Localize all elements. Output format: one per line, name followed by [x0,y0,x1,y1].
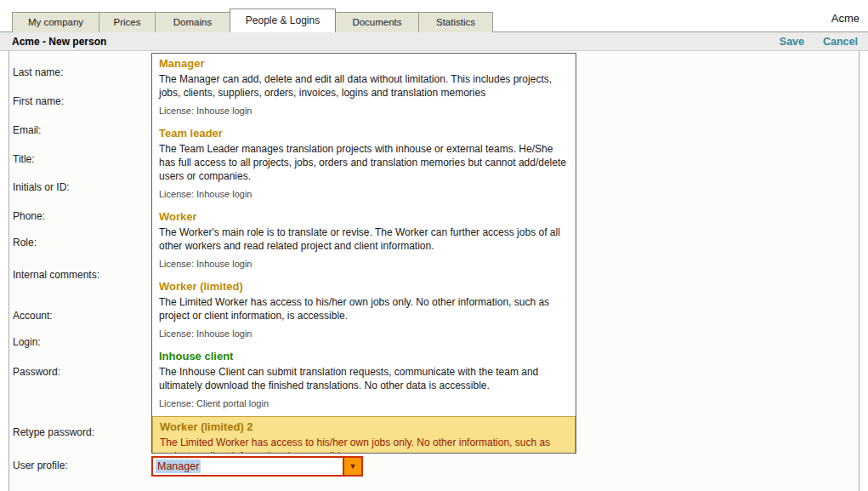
header-bar: Acme - New person Save Cancel [0,31,868,51]
option-license: License: Inhouse login [159,106,569,122]
option-title: Manager [159,57,569,71]
form-label-login: Login: [13,336,41,348]
option-license: License: Inhouse login [159,259,569,275]
profile-option-worker-limited-2[interactable]: Worker (limited) 2 The Limited Worker ha… [152,416,576,454]
profile-option-team-leader[interactable]: Team leader The Team Leader manages tran… [152,123,576,207]
profile-options-popup: Manager The Manager can add, delete and … [151,53,576,454]
option-title: Team leader [159,127,569,140]
profile-option-worker-limited[interactable]: Worker (limited) The Limited Worker has … [152,277,576,346]
option-title: Worker (limited) [159,280,569,294]
save-button[interactable]: Save [780,36,804,48]
option-title: Inhouse client [159,350,569,363]
option-license: License: Inhouse login [159,328,569,345]
form-label-phone: Phone: [13,210,45,222]
page-title: Acme - New person [12,36,106,48]
option-title: Worker [159,210,569,224]
form-label-role: Role: [13,237,37,248]
user-profile-combobox[interactable]: Manager ▼ [151,456,363,477]
profile-option-worker[interactable]: Worker The Worker's main role is to tran… [152,207,576,277]
option-description: The Team Leader manages translation proj… [159,142,569,183]
form-label-password: Password: [13,366,60,378]
form-label-account: Account: [13,310,53,322]
profile-dropdown-button[interactable]: ▼ [343,458,361,475]
form-label-title: Title: [13,153,35,165]
profile-option-manager[interactable]: Manager The Manager can add, delete and … [152,54,576,123]
option-description: The Limited Worker has access to his/her… [160,436,568,454]
tab-domains[interactable]: Domains [155,12,230,32]
tab-my-company[interactable]: My company [12,12,99,32]
option-description: The Inhouse Client can submit translatio… [159,365,569,392]
tab-prices[interactable]: Prices [99,12,156,32]
option-description: The Worker's main role is to translate o… [159,226,569,253]
account-label: Acme [831,12,859,25]
profile-option-inhouse-client[interactable]: Inhouse client The Inhouse Client can su… [152,346,576,416]
form-label-last-name: Last name: [13,66,63,78]
form-label-initials-or-id: Initials or ID: [13,181,70,193]
form-label-first-name: First name: [13,95,64,107]
form-label-user-profile: User profile: [13,460,68,471]
tab-documents[interactable]: Documents [335,12,419,32]
option-title: Worker (limited) 2 [160,420,568,434]
form-label-retype-password: Retype password: [13,426,94,438]
tab-statistics[interactable]: Statistics [418,12,493,32]
form-label-email: Email: [13,124,41,136]
people-logins-screen: My company Prices Domains People & Login… [0,0,868,491]
option-license: License: Inhouse login [159,189,569,205]
option-description: The Manager can add, delete and edit all… [159,72,569,100]
option-description: The Limited Worker has access to his/her… [159,295,569,323]
tab-bar: My company Prices Domains People & Login… [12,9,492,32]
tab-people-logins[interactable]: People & Logins [230,9,336,32]
form-label-internal-comments: Internal comments: [13,269,99,281]
combobox-selected-value: Manager [156,460,201,473]
header-actions: Save Cancel [780,36,858,48]
dropdown-arrow-icon: ▼ [349,463,357,471]
option-license: License: Client portal login [159,398,569,414]
cancel-button[interactable]: Cancel [823,36,858,48]
